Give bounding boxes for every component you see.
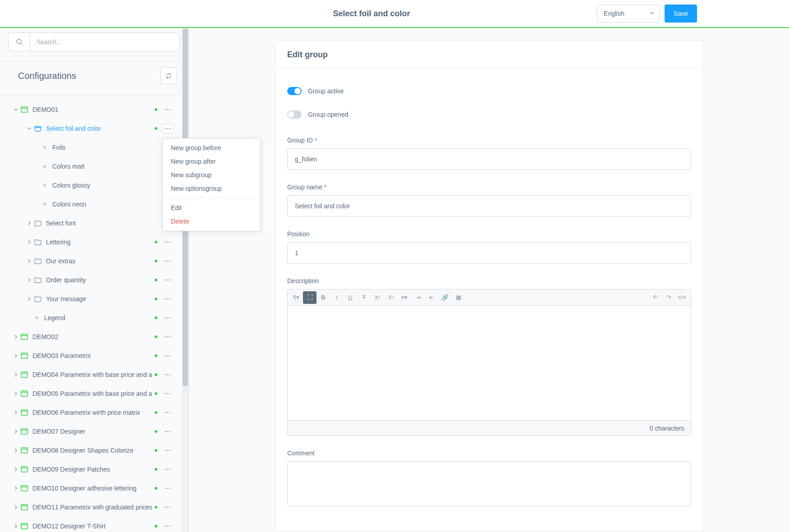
- code-icon[interactable]: </>: [675, 291, 689, 304]
- tree-item-select-font[interactable]: Select font: [0, 214, 189, 233]
- more-icon[interactable]: [162, 332, 174, 342]
- comment-label: Comment: [287, 449, 691, 457]
- bold-icon[interactable]: B: [317, 291, 330, 304]
- tree-item-your-message[interactable]: Your message: [0, 289, 189, 308]
- tree-item-lettering[interactable]: Lettering: [0, 233, 189, 252]
- italic-icon[interactable]: I: [330, 291, 344, 304]
- tree-label: Colors neon: [52, 201, 174, 208]
- more-icon[interactable]: [162, 521, 174, 531]
- indent-icon[interactable]: ⇥: [411, 291, 425, 304]
- redo-icon[interactable]: ↷: [662, 291, 675, 304]
- group-name-input[interactable]: [287, 195, 691, 217]
- more-icon[interactable]: [162, 351, 174, 361]
- tree-item-demo06[interactable]: DEMO06 Parametrix wirth price matrix: [0, 403, 189, 422]
- window-icon: [20, 353, 29, 359]
- tree-item-demo01[interactable]: DEMO01: [0, 100, 189, 119]
- paragraph-icon[interactable]: ¶▾: [289, 291, 303, 304]
- save-button[interactable]: Save: [665, 5, 697, 23]
- more-icon[interactable]: [162, 445, 174, 455]
- svg-point-19: [165, 298, 166, 300]
- more-icon[interactable]: [162, 427, 174, 436]
- status-dot: [155, 335, 157, 338]
- leaf-dot-icon: [35, 316, 38, 319]
- tree-item-demo02[interactable]: DEMO02: [0, 327, 189, 346]
- more-icon[interactable]: [162, 237, 174, 247]
- search-input[interactable]: [30, 33, 179, 51]
- tree-item-demo04[interactable]: DEMO04 Parametrix with base price and a: [0, 365, 189, 384]
- tree-item-demo10[interactable]: DEMO10 Designer adhesive lettering: [0, 479, 189, 498]
- chevron-down-icon: [25, 126, 33, 131]
- menu-delete[interactable]: Delete: [163, 215, 260, 228]
- status-dot: [155, 525, 157, 527]
- more-icon[interactable]: [162, 275, 174, 285]
- undo-icon[interactable]: ↶: [648, 291, 662, 304]
- table-icon[interactable]: ▦: [452, 291, 465, 304]
- group-id-input[interactable]: [287, 148, 691, 170]
- more-icon[interactable]: [162, 389, 174, 399]
- svg-point-79: [170, 526, 171, 527]
- underline-icon[interactable]: U: [344, 291, 357, 304]
- tree-item-demo08[interactable]: DEMO08 Designer Shapes Colorize: [0, 441, 189, 460]
- language-select[interactable]: English: [597, 5, 660, 23]
- window-icon: [20, 334, 29, 340]
- folder-icon: [33, 239, 42, 245]
- more-icon[interactable]: [162, 256, 174, 266]
- menu-new-group-after[interactable]: New group after: [163, 155, 260, 168]
- group-name-label: Group name *: [287, 183, 691, 191]
- tree-item-colors-glossy[interactable]: Colors glossy: [0, 176, 189, 195]
- more-icon[interactable]: [162, 294, 174, 304]
- svg-point-64: [170, 469, 171, 470]
- group-active-toggle[interactable]: [287, 87, 302, 95]
- tree-item-demo07[interactable]: DEMO07 Designer: [0, 422, 189, 441]
- rte-body[interactable]: [288, 306, 691, 420]
- menu-edit[interactable]: Edit: [163, 201, 260, 215]
- subscript-icon[interactable]: X2: [384, 291, 398, 304]
- svg-point-52: [165, 431, 166, 432]
- tree-item-our-extras[interactable]: Our extras: [0, 252, 189, 271]
- more-icon[interactable]: [162, 105, 174, 115]
- tree-label: DEMO10 Designer adhesive lettering: [32, 485, 155, 492]
- tree-item-demo11[interactable]: DEMO11 Parametrix with graduated prices: [0, 498, 189, 517]
- more-icon[interactable]: [162, 370, 174, 380]
- svg-rect-25: [21, 334, 28, 339]
- tree-item-foils[interactable]: Foils: [0, 138, 189, 157]
- refresh-button[interactable]: [160, 67, 177, 84]
- svg-point-18: [170, 280, 171, 281]
- tree-item-demo05[interactable]: DEMO05 Parametrix with base price and a: [0, 384, 189, 403]
- menu-new-group-before[interactable]: New group before: [163, 141, 260, 155]
- sidebar: Configurations DEMO01 Select foil and co…: [0, 28, 189, 532]
- more-icon[interactable]: [162, 464, 174, 474]
- tree-item-colors-matt[interactable]: Colors matt: [0, 157, 189, 176]
- svg-point-32: [165, 355, 166, 357]
- svg-point-21: [170, 298, 171, 300]
- position-input[interactable]: [287, 242, 691, 264]
- more-icon[interactable]: [162, 408, 174, 417]
- more-icon[interactable]: [162, 483, 174, 493]
- more-icon[interactable]: [162, 124, 174, 133]
- more-icon[interactable]: [162, 502, 174, 512]
- align-icon[interactable]: ≡▾: [398, 291, 411, 304]
- menu-new-subgroup[interactable]: New subgroup: [163, 168, 260, 182]
- group-active-label: Group active: [308, 87, 344, 95]
- tree-item-demo12[interactable]: DEMO12 Designer T-Shirt: [0, 517, 189, 532]
- superscript-icon[interactable]: X2: [371, 291, 384, 304]
- tree-item-demo03[interactable]: DEMO03 Parametrix: [0, 346, 189, 365]
- svg-point-44: [170, 393, 171, 394]
- tree-label: Your message: [46, 295, 155, 303]
- fullscreen-icon[interactable]: ⛶: [303, 291, 317, 304]
- window-icon: [20, 466, 29, 472]
- outdent-icon[interactable]: ⇤: [425, 291, 438, 304]
- tree-item-demo09[interactable]: DEMO09 Designer Patches: [0, 460, 189, 479]
- link-icon[interactable]: 🔗: [438, 291, 452, 304]
- comment-input[interactable]: [287, 461, 691, 506]
- tree-item-colors-neon[interactable]: Colors neon: [0, 195, 189, 214]
- menu-new-optionsgroup[interactable]: New optionsgroup: [163, 182, 260, 195]
- svg-point-68: [167, 488, 169, 489]
- tree-item-select-foil[interactable]: Select foil and color: [0, 119, 189, 138]
- strikethrough-icon[interactable]: T: [357, 291, 371, 304]
- more-icon[interactable]: [162, 313, 174, 323]
- tree-item-order-quantity[interactable]: Order quantity: [0, 271, 189, 289]
- tree-item-legend[interactable]: Legend: [0, 308, 189, 327]
- chevron-right-icon: [25, 259, 33, 263]
- group-opened-toggle[interactable]: [287, 110, 302, 119]
